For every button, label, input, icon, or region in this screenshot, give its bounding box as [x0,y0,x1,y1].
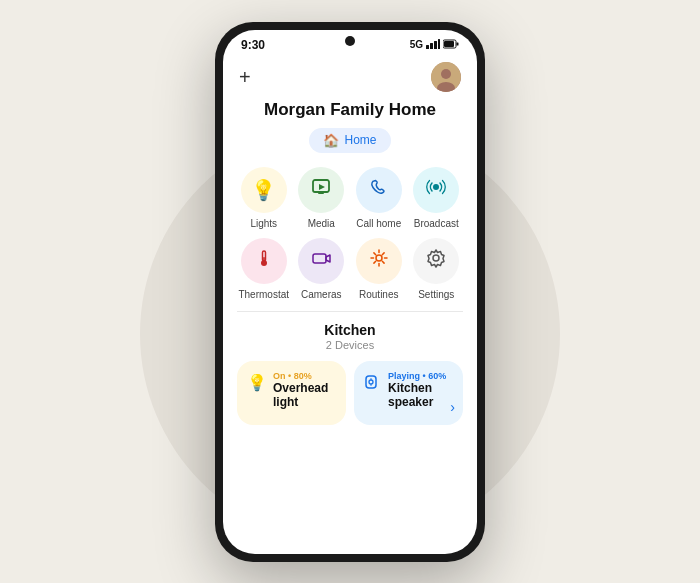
room-title: Kitchen [237,322,463,338]
battery-icon [443,39,459,51]
overhead-light-name: Overhead light [273,381,336,409]
media-button[interactable]: Media [295,167,349,230]
network-label: 5G [410,39,423,50]
call-home-icon-circle [356,167,402,213]
cameras-label: Cameras [301,289,342,301]
phone-frame: 9:30 5G [215,22,485,562]
svg-rect-0 [426,45,429,49]
routines-label: Routines [359,289,398,301]
svg-rect-1 [430,43,433,49]
svg-marker-12 [319,184,325,190]
add-button[interactable]: + [239,67,251,87]
svg-point-30 [369,380,373,384]
settings-icon-circle [413,238,459,284]
svg-rect-29 [366,376,376,388]
quick-actions-row2: Thermostat Came [237,238,463,301]
kitchen-speaker-icon [364,373,382,395]
svg-point-13 [433,184,439,190]
home-chip-icon: 🏠 [323,133,339,148]
svg-line-27 [374,261,376,263]
overhead-light-content: 💡 On • 80% Overhead light [247,371,336,409]
thermostat-button[interactable]: Thermostat [237,238,291,301]
media-icon-circle [298,167,344,213]
svg-point-8 [441,69,451,79]
home-chip-label: Home [344,133,376,147]
overhead-light-status: On • 80% [273,371,336,381]
svg-point-28 [433,255,439,261]
svg-rect-2 [434,41,437,49]
settings-icon [425,247,447,274]
broadcast-icon [425,176,447,203]
kitchen-speaker-chevron: › [450,399,455,415]
overhead-light-icon: 💡 [247,373,267,392]
svg-rect-3 [438,39,440,49]
home-chip[interactable]: 🏠 Home [309,128,390,153]
kitchen-speaker-content: Playing • 60% Kitchen speaker [364,371,453,409]
kitchen-speaker-info: Playing • 60% Kitchen speaker [388,371,453,409]
device-cards: 💡 On • 80% Overhead light [237,361,463,439]
overhead-light-card[interactable]: 💡 On • 80% Overhead light [237,361,346,425]
section-divider [237,311,463,312]
media-icon [310,176,332,203]
app-content: + Morgan Family Home [223,56,477,554]
broadcast-label: Broadcast [414,218,459,230]
settings-button[interactable]: Settings [410,238,464,301]
call-home-button[interactable]: Call home [352,167,406,230]
phone-screen: 9:30 5G [223,30,477,554]
svg-line-26 [382,253,384,255]
room-device-count: 2 Devices [237,339,463,351]
svg-point-16 [261,260,267,266]
lights-icon: 💡 [251,178,276,202]
svg-marker-18 [326,255,330,262]
camera-notch [345,36,355,46]
svg-point-31 [370,378,372,380]
routines-icon [368,247,390,274]
home-chip-container: 🏠 Home [223,128,477,153]
svg-rect-5 [444,41,454,47]
overhead-light-info: On • 80% Overhead light [273,371,336,409]
room-section: Kitchen 2 Devices 💡 On • 80% Overhead li… [223,322,477,439]
call-home-label: Call home [356,218,401,230]
svg-point-32 [370,384,372,386]
routines-icon-circle [356,238,402,284]
status-icons: 5G [410,39,459,51]
home-title: Morgan Family Home [223,96,477,128]
svg-rect-6 [457,42,459,45]
thermostat-icon-circle [241,238,287,284]
quick-actions-section: 💡 Lights [223,167,477,301]
signal-icon [426,39,440,51]
thermostat-icon [253,247,275,274]
cameras-icon [310,247,332,274]
broadcast-button[interactable]: Broadcast [410,167,464,230]
lights-label: Lights [250,218,277,230]
svg-line-24 [374,253,376,255]
svg-line-25 [382,261,384,263]
avatar[interactable] [431,62,461,92]
kitchen-speaker-status: Playing • 60% [388,371,453,381]
broadcast-icon-circle [413,167,459,213]
kitchen-speaker-name: Kitchen speaker [388,381,453,409]
settings-label: Settings [418,289,454,301]
quick-actions-row1: 💡 Lights [237,167,463,230]
avatar-image [431,62,461,92]
call-home-icon [368,176,390,203]
routines-button[interactable]: Routines [352,238,406,301]
lights-button[interactable]: 💡 Lights [237,167,291,230]
top-bar: + [223,56,477,96]
svg-rect-11 [318,192,324,194]
svg-point-19 [376,255,382,261]
svg-rect-17 [313,254,326,263]
lights-icon-circle: 💡 [241,167,287,213]
phone-mockup: 9:30 5G [215,22,485,562]
media-label: Media [308,218,335,230]
cameras-button[interactable]: Cameras [295,238,349,301]
kitchen-speaker-card[interactable]: Playing • 60% Kitchen speaker › [354,361,463,425]
thermostat-label: Thermostat [238,289,289,301]
status-time: 9:30 [241,38,265,52]
cameras-icon-circle [298,238,344,284]
